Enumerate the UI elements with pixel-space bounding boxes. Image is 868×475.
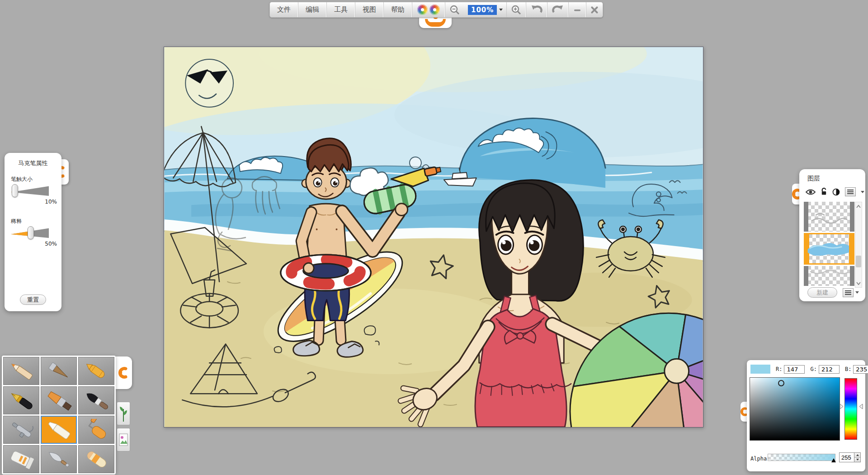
layer-menu-button[interactable] (845, 187, 856, 196)
layer-thumbnail-sketch[interactable] (804, 202, 854, 232)
tool-pastel-stick[interactable] (41, 357, 77, 385)
red-white-swim-ring (281, 255, 371, 291)
layers-panel: 图层 新建 (799, 169, 865, 301)
reset-button[interactable]: 重置 (20, 294, 46, 305)
sun-with-sunglasses (185, 59, 233, 107)
flat-brush-icon (44, 390, 73, 411)
tool-eraser[interactable] (78, 445, 114, 473)
marker-panel-title: 马克笔属性 (10, 159, 56, 167)
hue-bar[interactable] (844, 378, 857, 440)
mascot-right-eye-icon (429, 5, 440, 15)
dilution-label: 稀释 (11, 218, 56, 225)
r-input[interactable] (784, 365, 805, 374)
alpha-marker[interactable] (831, 458, 836, 462)
scroll-up-icon[interactable] (855, 202, 862, 210)
current-color-swatch (750, 365, 770, 374)
menu-tools[interactable]: 工具 (327, 2, 355, 17)
tool-crayon[interactable] (78, 357, 114, 385)
zoom-dropdown-caret-icon[interactable] (499, 9, 503, 11)
b-input[interactable] (853, 365, 868, 374)
alpha-spinner (839, 452, 861, 462)
layer-thumbnail-water-selected[interactable] (804, 233, 854, 265)
brush-size-label: 笔触大小 (11, 176, 56, 183)
visibility-eye-icon[interactable] (806, 189, 816, 195)
tools-palette (2, 356, 116, 475)
alpha-slider[interactable] (768, 454, 835, 461)
close-button[interactable] (586, 2, 603, 17)
pastel-stick-icon (44, 360, 73, 382)
eraser-icon (82, 448, 111, 470)
mascot-tab[interactable] (419, 17, 452, 28)
tool-colored-pencil[interactable] (3, 357, 39, 385)
zoom-out-icon (449, 5, 460, 15)
redo-icon (552, 5, 564, 15)
zoom-in-button[interactable] (507, 2, 526, 17)
layers-options-button[interactable] (843, 288, 854, 297)
g-input[interactable] (819, 365, 840, 374)
layer-menu-caret-icon[interactable] (861, 191, 864, 193)
undo-icon (530, 5, 543, 15)
tool-paint-jar[interactable] (3, 445, 39, 473)
tool-paint-roller[interactable] (78, 416, 114, 444)
dilution-value: 50% (10, 241, 57, 247)
tool-ink-brush[interactable] (78, 386, 114, 414)
minimize-icon (573, 5, 582, 14)
tools-panel-tab[interactable] (116, 356, 132, 389)
alpha-down-button[interactable] (854, 458, 860, 462)
menu-help[interactable]: 帮助 (384, 2, 412, 17)
unlock-icon[interactable] (821, 188, 827, 196)
tool-fountain-pen[interactable] (3, 386, 39, 414)
zoom-level-control[interactable]: 100% (464, 2, 507, 17)
drawing-canvas[interactable] (164, 47, 703, 428)
hue-left-arrow-icon[interactable] (840, 404, 844, 409)
menu-view[interactable]: 视图 (355, 2, 384, 17)
new-layer-button[interactable]: 新建 (807, 287, 837, 298)
picture-stamp-icon (119, 431, 128, 449)
b-label: B: (845, 366, 851, 372)
layer-list (804, 202, 854, 288)
g-label: G: (810, 366, 816, 372)
undo-button[interactable] (526, 2, 547, 17)
layers-scrollbar[interactable] (855, 202, 862, 288)
brush-size-slider[interactable] (11, 186, 49, 196)
tool-airbrush[interactable] (3, 416, 39, 444)
scroll-down-icon[interactable] (855, 279, 862, 287)
redo-button[interactable] (547, 2, 569, 17)
mascot-eyes-button[interactable] (412, 2, 445, 17)
marker-properties-panel: 马克笔属性 笔触大小 10% 稀释 50% 重置 (5, 153, 61, 311)
layers-options-caret-icon[interactable] (855, 291, 859, 294)
saturation-value-box[interactable] (750, 377, 840, 441)
tool-flat-brush[interactable] (41, 386, 77, 414)
paint-roller-icon (82, 419, 111, 441)
picture-stamp-button[interactable] (117, 428, 130, 451)
paint-jar-icon (7, 448, 36, 470)
color-picker-panel: R: G: B: Alpha (747, 360, 865, 471)
plant-stamp-icon (119, 404, 128, 423)
layer-thumbnail-lineart[interactable] (804, 266, 854, 286)
hue-right-arrow-icon[interactable] (859, 404, 863, 409)
scrollbar-thumb[interactable] (856, 256, 861, 267)
alpha-up-button[interactable] (854, 453, 860, 458)
zoom-level-value: 100% (468, 5, 497, 15)
r-label: R: (776, 366, 782, 372)
sv-cursor[interactable] (778, 380, 784, 386)
app-logo-icon (118, 366, 129, 380)
airbrush-icon (7, 419, 36, 441)
zoom-out-button[interactable] (445, 2, 464, 17)
alpha-input[interactable] (840, 453, 854, 462)
dilution-handle[interactable] (28, 226, 34, 239)
brush-size-handle[interactable] (12, 184, 18, 197)
fountain-pen-icon (7, 390, 36, 411)
mascot-left-eye-icon (417, 5, 428, 15)
main-toolbar: 文件 编辑 工具 视图 帮助 100% (269, 2, 603, 18)
zoom-in-icon (511, 5, 522, 15)
dilution-slider[interactable] (11, 228, 49, 238)
tool-marker[interactable] (41, 416, 77, 444)
tool-palette-knife[interactable] (41, 445, 77, 473)
menu-file[interactable]: 文件 (270, 2, 298, 17)
ink-brush-icon (82, 390, 111, 411)
minimize-button[interactable] (569, 2, 586, 17)
plant-stamp-button[interactable] (117, 402, 130, 425)
opacity-half-circle-icon[interactable] (832, 188, 840, 196)
menu-edit[interactable]: 编辑 (298, 2, 327, 17)
